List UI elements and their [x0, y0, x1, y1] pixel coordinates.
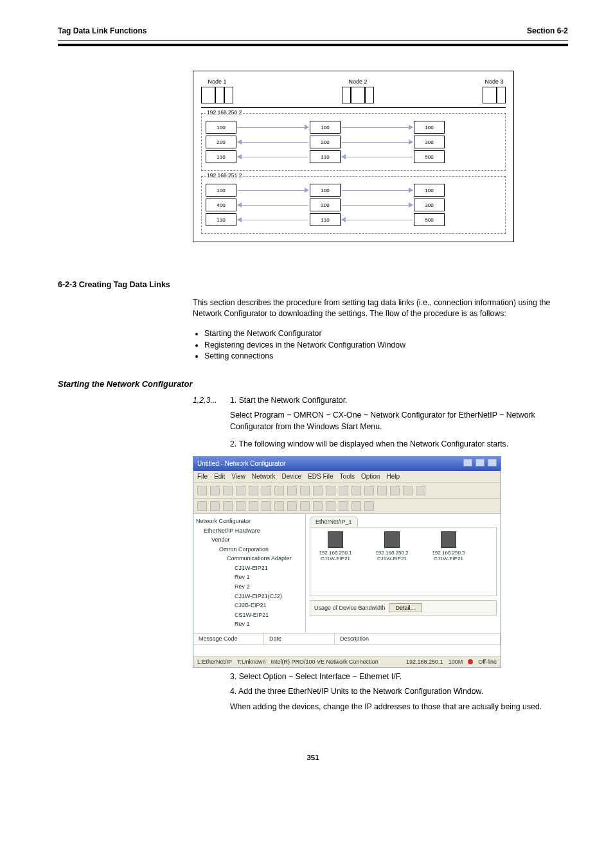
toolbar-icon[interactable]	[339, 501, 348, 511]
toolbar-icon[interactable]	[210, 486, 220, 495]
step-1: 1,2,3... 1. Start the Network Configurat…	[193, 395, 568, 406]
tree-item[interactable]: CS1W-EIP21	[196, 610, 303, 620]
step-3: 3. Select Option − Select Interface − Et…	[193, 671, 568, 682]
toolbar-icon[interactable]	[339, 486, 348, 495]
list-item: Registering devices in the Network Confi…	[204, 340, 568, 351]
toolbar-icon[interactable]	[364, 486, 374, 495]
toolbar-icon[interactable]	[223, 501, 233, 511]
toolbar-icon[interactable]	[249, 486, 258, 495]
toolbar-icon[interactable]	[197, 501, 207, 511]
toolbar-icon[interactable]	[416, 486, 425, 495]
toolbar-icon[interactable]	[364, 501, 374, 511]
toolbar-icon[interactable]	[326, 486, 335, 495]
tree-item[interactable]: Rev 1	[196, 572, 303, 582]
cell: 200	[206, 136, 236, 148]
menubar[interactable]: File Edit View Network Device EDS File T…	[193, 471, 501, 483]
step-counter: 1,2,3...	[193, 395, 230, 406]
toolbar-icon[interactable]	[274, 486, 284, 495]
log-col-date: Date	[264, 633, 335, 644]
topology-diagram: Node 1 Node 2 Node 3 192.168.250.2 100 1…	[193, 71, 514, 243]
toolbar-icon[interactable]	[287, 501, 297, 511]
toolbar-icon[interactable]	[390, 486, 400, 495]
toolbar-icon[interactable]	[351, 486, 361, 495]
tree-item[interactable]: Communications Adapter	[196, 554, 303, 563]
close-icon[interactable]	[488, 459, 497, 466]
toolbar-icon[interactable]	[197, 486, 207, 495]
toolbar-icon[interactable]	[249, 501, 258, 511]
page-number: 351	[58, 752, 568, 763]
toolbar-icon[interactable]	[262, 486, 271, 495]
device-node[interactable]: 192.168.250.2 CJ1W-EIP21	[372, 531, 412, 592]
toolbar-icon[interactable]	[274, 501, 284, 511]
toolbar-icon[interactable]	[300, 486, 310, 495]
device-node[interactable]: 192.168.250.1 CJ1W-EIP21	[315, 531, 355, 592]
bus-line	[201, 107, 506, 108]
window-buttons[interactable]	[462, 459, 497, 469]
step-text: 2. The following window will be displaye…	[230, 439, 568, 450]
detail-button[interactable]: Detail...	[389, 603, 423, 612]
tree-item[interactable]: CJ1W-EIP21	[196, 563, 303, 573]
node-2-label: Node 2	[348, 78, 367, 86]
toolbar-icon[interactable]	[351, 501, 361, 511]
bandwidth-panel: Usage of Device Bandwidth Detail...	[310, 600, 497, 616]
toolbar[interactable]	[193, 483, 501, 499]
toolbar-icon[interactable]	[403, 486, 413, 495]
cell: 100	[310, 184, 341, 197]
network-configurator-screenshot: Untitled - Network Configurator File Edi…	[193, 456, 501, 668]
toolbar-icon[interactable]	[236, 486, 245, 495]
network-tab[interactable]: EtherNet/IP_1	[310, 517, 358, 527]
node-3-label: Node 3	[484, 78, 503, 86]
header-left: Tag Data Link Functions	[58, 26, 147, 37]
list-item: Starting the Network Configurator	[204, 328, 568, 339]
hardware-tree[interactable]: Network Configurator EtherNet/IP Hardwar…	[193, 514, 306, 633]
device-icon	[328, 531, 343, 548]
status-online: Off-line	[478, 658, 497, 666]
block-a-ip: 192.168.250.2	[206, 109, 243, 117]
tree-item[interactable]: Rev 2	[196, 582, 303, 592]
status-target: T:Unknown	[237, 658, 266, 666]
toolbar-icon[interactable]	[223, 486, 233, 495]
minimize-icon[interactable]	[463, 459, 472, 466]
device-node[interactable]: 192.168.250.3 CJ1W-EIP21	[429, 531, 468, 592]
toolbar-icon[interactable]	[262, 501, 271, 511]
status-layer: L:EtherNet/IP	[197, 658, 232, 666]
menu-file[interactable]: File	[197, 472, 208, 481]
toolbar-icon[interactable]	[236, 501, 245, 511]
status-speed: 100M	[449, 658, 463, 666]
tree-root[interactable]: Network Configurator	[196, 517, 303, 526]
tree-item[interactable]: Rev 1	[196, 619, 303, 629]
menu-tools[interactable]: Tools	[340, 472, 355, 481]
tree-item[interactable]: Vendor	[196, 535, 303, 545]
rule-thick	[58, 44, 568, 46]
arrow-right-icon	[342, 190, 413, 191]
toolbar-icon[interactable]	[210, 501, 220, 511]
cell: 100	[206, 184, 236, 197]
arrow-right-icon	[342, 127, 413, 128]
menu-edit[interactable]: Edit	[214, 472, 225, 481]
toolbar-2[interactable]	[193, 499, 501, 514]
tree-item[interactable]: Omron Corporation	[196, 545, 303, 554]
cell: 110	[310, 213, 341, 226]
tree-item[interactable]: CJ2B-EIP21	[196, 601, 303, 610]
toolbar-icon[interactable]	[300, 501, 310, 511]
block-b-ip: 192.168.251.2	[206, 172, 243, 180]
menu-option[interactable]: Option	[361, 472, 380, 481]
menu-help[interactable]: Help	[386, 472, 400, 481]
tree-item[interactable]: EtherNet/IP Hardware	[196, 526, 303, 536]
network-canvas[interactable]: 192.168.250.1 CJ1W-EIP21 192.168.250.2 C…	[310, 527, 497, 596]
toolbar-icon[interactable]	[313, 501, 323, 511]
menu-edsfile[interactable]: EDS File	[308, 472, 333, 481]
device-ip: 192.168.250.3	[429, 550, 468, 556]
menu-network[interactable]: Network	[252, 472, 276, 481]
toolbar-icon[interactable]	[377, 486, 387, 495]
cell: 110	[310, 150, 341, 163]
toolbar-icon[interactable]	[313, 486, 323, 495]
toolbar-icon[interactable]	[287, 486, 297, 495]
menu-device[interactable]: Device	[282, 472, 302, 481]
maximize-icon[interactable]	[475, 459, 484, 466]
toolbar-icon[interactable]	[326, 501, 335, 511]
tree-item[interactable]: CJ1W-EIP21(CJ2)	[196, 592, 303, 601]
cell: 300	[414, 136, 445, 148]
menu-view[interactable]: View	[231, 472, 245, 481]
step-4-detail: When adding the devices, change the IP a…	[230, 702, 568, 713]
